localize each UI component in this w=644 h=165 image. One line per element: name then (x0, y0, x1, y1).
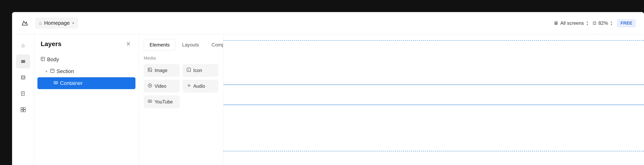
icon-element-icon: ⊡ (186, 68, 191, 73)
sidebar-item-pages[interactable] (16, 86, 30, 100)
svg-text:⊡: ⊡ (188, 69, 190, 71)
canvas-dashed-bottom (224, 151, 644, 151)
svg-rect-1 (21, 61, 25, 62)
video-element-label: Video (154, 84, 166, 89)
svg-rect-12 (41, 57, 45, 61)
audio-element-icon (186, 83, 191, 89)
section-expand-icon: ▾ (46, 69, 47, 74)
svg-rect-8 (21, 108, 23, 110)
image-element-label: Image (154, 68, 168, 73)
section-layer-label: Section (56, 68, 74, 74)
monitor-icon: 🖥 (554, 20, 558, 26)
layers-close-button[interactable]: ✕ (124, 40, 132, 48)
all-screens-chevrons: ▲▼ (586, 20, 589, 26)
canvas-inner (224, 34, 644, 165)
svg-rect-18 (54, 82, 56, 83)
container-layer-label: Container (60, 80, 83, 86)
layers-title: Layers (41, 40, 62, 48)
browser-window: ⌂ Homepage ▾ 🖥 All screens ▲▼ ⊡ 82% ▲▼ F… (12, 12, 644, 165)
svg-rect-2 (21, 62, 25, 63)
panel-tabs: Elements Layouts Components (139, 34, 223, 51)
svg-point-3 (21, 76, 25, 77)
video-element-button[interactable]: Video (144, 80, 180, 92)
icon-element-label: Icon (194, 68, 202, 73)
canvas-solid-mid1 (224, 84, 644, 85)
svg-rect-11 (23, 110, 25, 112)
svg-rect-0 (21, 60, 25, 61)
svg-point-21 (149, 69, 150, 70)
media-elements-grid: Image ⊡ Icon (144, 64, 218, 108)
canvas-area[interactable] (224, 34, 644, 165)
youtube-element-icon (148, 99, 152, 105)
canvas-dashed-top (224, 40, 644, 41)
zoom-control[interactable]: ⊡ 82% ▲▼ (593, 20, 613, 26)
svg-rect-15 (50, 69, 54, 73)
sidebar-item-layers[interactable] (16, 54, 30, 68)
svg-rect-19 (56, 82, 57, 83)
youtube-element-button[interactable]: YouTube (144, 96, 180, 108)
sidebar-item-home[interactable]: ⌂ (16, 38, 30, 52)
audio-element-label: Audio (194, 84, 205, 89)
icon-element-button[interactable]: ⊡ Icon (182, 64, 218, 77)
layers-panel: Layers ✕ Body ▾ (34, 34, 139, 165)
sidebar-item-gallery[interactable] (16, 102, 30, 117)
layers-header: Layers ✕ (34, 34, 139, 52)
layer-item-container[interactable]: Container (38, 77, 136, 89)
page-selector-chevron: ▾ (72, 21, 74, 25)
svg-rect-9 (23, 108, 25, 110)
all-screens-label: All screens (560, 20, 584, 26)
homepage-selector[interactable]: ⌂ Homepage ▾ (35, 18, 78, 28)
svg-point-24 (148, 84, 152, 87)
image-element-icon (148, 68, 152, 73)
svg-rect-25 (148, 100, 152, 102)
top-bar: ⌂ Homepage ▾ 🖥 All screens ▲▼ ⊡ 82% ▲▼ F… (12, 12, 644, 34)
canvas-solid-mid2 (224, 105, 644, 105)
audio-element-button[interactable]: Audio (182, 80, 218, 92)
home-nav-icon: ⌂ (39, 20, 42, 26)
container-layer-icon (54, 80, 58, 86)
icon-sidebar: ⌂ (12, 34, 34, 165)
layer-item-body[interactable]: Body (38, 54, 136, 66)
zoom-chevrons: ▲▼ (610, 20, 613, 26)
youtube-element-label: YouTube (154, 99, 173, 105)
body-layer-label: Body (47, 56, 59, 62)
layout-icon: ⊡ (593, 20, 596, 26)
sidebar-item-database[interactable] (16, 70, 30, 84)
elements-panel: Elements Layouts Components Media (139, 34, 224, 165)
main-area: ⌂ (12, 34, 644, 165)
section-layer-icon (50, 68, 54, 74)
panel-content: Media Image (139, 51, 223, 165)
all-screens-button[interactable]: 🖥 All screens ▲▼ (554, 20, 589, 26)
zoom-value: 82% (598, 20, 608, 26)
svg-rect-20 (148, 68, 152, 72)
current-page-label: Homepage (44, 20, 70, 26)
app-logo (20, 19, 29, 28)
video-element-icon (148, 83, 152, 89)
layers-tree: Body ▾ Section (34, 52, 139, 165)
body-layer-icon (41, 57, 45, 62)
media-section-label: Media (144, 56, 218, 61)
layer-item-section[interactable]: ▾ Section (38, 66, 136, 77)
svg-rect-10 (21, 110, 23, 112)
top-bar-right: 🖥 All screens ▲▼ ⊡ 82% ▲▼ FREE (554, 19, 636, 27)
tab-layouts[interactable]: Layouts (176, 39, 205, 51)
tab-elements[interactable]: Elements (144, 39, 176, 51)
free-badge: FREE (617, 19, 636, 27)
image-element-button[interactable]: Image (144, 64, 180, 77)
